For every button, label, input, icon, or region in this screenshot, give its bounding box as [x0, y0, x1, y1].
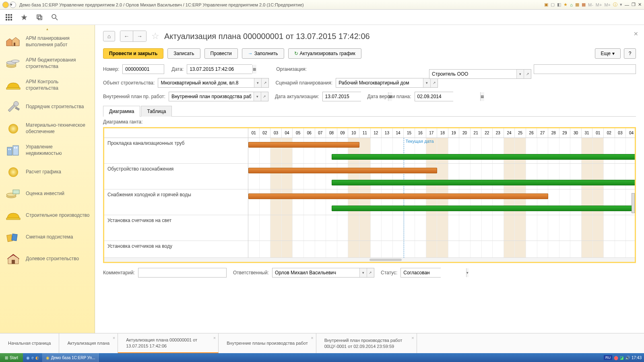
- sidebar-collapse-icon[interactable]: ▲: [0, 27, 95, 31]
- taskbar-app[interactable]: ◉Демо база 1С:ERP Уп...: [43, 353, 99, 362]
- favorite-star-icon[interactable]: ☆: [151, 31, 159, 41]
- m-plus-icon[interactable]: M+: [596, 2, 602, 7]
- tray-icon[interactable]: ⬤: [614, 356, 618, 360]
- tab-diagram[interactable]: Диаграмма: [103, 106, 140, 117]
- window-tab[interactable]: Актуализация плана×: [59, 333, 118, 353]
- version-date-field[interactable]: [415, 92, 480, 101]
- gantt-bar-fact[interactable]: [332, 180, 635, 185]
- quick-launch[interactable]: ◉ e ◐: [23, 353, 43, 362]
- home-button[interactable]: ⌂: [103, 31, 115, 41]
- tab-close-icon[interactable]: ×: [213, 335, 216, 341]
- forward-button[interactable]: →: [133, 31, 146, 41]
- toolbar-icon[interactable]: ▢: [551, 2, 555, 7]
- calendar-icon[interactable]: ▦: [480, 92, 484, 101]
- gantt-bar-plan[interactable]: [248, 142, 359, 148]
- sidebar-item-contractor[interactable]: Подрядчик строительства: [0, 96, 95, 118]
- window-tab[interactable]: Внутренние планы производства работ×: [219, 333, 316, 353]
- chevron-down-icon[interactable]: ▾: [254, 78, 261, 87]
- toolbar-icon[interactable]: ▣: [544, 2, 548, 7]
- dropdown2-icon[interactable]: ▾: [620, 2, 622, 7]
- sidebar-item-control[interactable]: АРМ Контроль строительства: [0, 74, 95, 96]
- gantt-day-header: 20: [459, 128, 471, 138]
- chevron-down-icon[interactable]: ▾: [516, 70, 524, 78]
- chevron-down-icon[interactable]: ▾: [254, 92, 261, 101]
- sidebar-item-estimate[interactable]: Сметная подсистема: [0, 226, 95, 248]
- tab-close-icon[interactable]: ×: [411, 335, 414, 341]
- fill-button[interactable]: →Заполнить: [242, 48, 284, 59]
- responsible-field[interactable]: [272, 268, 359, 277]
- tab-close-icon[interactable]: ×: [311, 335, 313, 341]
- gantt-bar-fact[interactable]: [332, 206, 635, 211]
- favorite-icon[interactable]: ★: [564, 2, 568, 7]
- info-icon[interactable]: ⓘ: [613, 2, 617, 8]
- window-tab[interactable]: Внутренний план производства работ 00ЦУ-…: [316, 333, 417, 353]
- tab-table[interactable]: Таблица: [141, 106, 172, 117]
- home-icon[interactable]: ⌂: [570, 2, 573, 7]
- calc-icon[interactable]: ▦: [575, 2, 579, 7]
- open-icon[interactable]: ↗: [524, 70, 531, 78]
- svg-point-21: [14, 101, 19, 106]
- more-button[interactable]: Еще ▾: [595, 48, 621, 59]
- open-icon[interactable]: ↗: [261, 78, 268, 87]
- close-icon[interactable]: ✕: [638, 2, 642, 7]
- object-field[interactable]: [158, 78, 254, 87]
- sidebar-item-materials[interactable]: Материально-техническое обеспечение: [0, 118, 95, 140]
- sidebar-item-budgeting[interactable]: АРМ бюджетирования строительства: [0, 53, 95, 74]
- update-chart-button[interactable]: ↻Актуализировать график: [288, 48, 361, 59]
- language-indicator[interactable]: RU: [604, 355, 612, 360]
- sidebar-item-shared[interactable]: Долевое строительство: [0, 248, 95, 270]
- m-mplus-icon[interactable]: M+: [604, 2, 611, 7]
- sidebar-item-construction[interactable]: Строительное производство: [0, 205, 95, 226]
- status-field[interactable]: [401, 268, 466, 277]
- open-icon[interactable]: ↗: [367, 268, 374, 277]
- scenario-field[interactable]: [336, 78, 423, 87]
- plan-field[interactable]: [169, 92, 254, 101]
- post-close-button[interactable]: Провести и закрыть: [103, 48, 163, 59]
- tab-close-icon[interactable]: ×: [113, 335, 115, 341]
- star-icon[interactable]: ★: [20, 13, 28, 21]
- horizontal-scrollbar[interactable]: [369, 259, 402, 261]
- toolbar-icon[interactable]: ◧: [557, 2, 561, 7]
- window-tab[interactable]: Начальная страница: [0, 333, 59, 353]
- gantt-bar-plan[interactable]: [248, 193, 548, 199]
- dropdown-icon[interactable]: ▾: [10, 2, 16, 8]
- chevron-down-icon[interactable]: ▾: [466, 268, 469, 277]
- calendar-icon[interactable]: ▦: [582, 2, 586, 7]
- m-minus-icon[interactable]: M-: [588, 2, 593, 7]
- apps-icon[interactable]: [5, 13, 13, 21]
- tray-icon[interactable]: 🔊: [625, 356, 630, 360]
- open-icon[interactable]: ↗: [430, 78, 438, 87]
- post-button[interactable]: Провести: [204, 48, 238, 59]
- chevron-down-icon[interactable]: ▾: [423, 78, 430, 87]
- window-tab[interactable]: Актуализация плана 000000001 от 13.07.20…: [118, 333, 219, 353]
- vertical-scrollbar[interactable]: [632, 193, 635, 213]
- gantt-day-header: 06: [304, 128, 315, 138]
- chevron-down-icon[interactable]: ▾: [359, 268, 367, 277]
- number-field[interactable]: [122, 64, 164, 74]
- save-button[interactable]: Записать: [167, 48, 200, 59]
- maximize-icon[interactable]: ❐: [632, 2, 636, 7]
- refresh-icon: ↻: [294, 51, 298, 56]
- sidebar-item-schedule[interactable]: Расчет графика: [0, 161, 95, 183]
- svg-rect-4: [8, 16, 10, 18]
- close-panel-icon[interactable]: ✕: [634, 31, 638, 37]
- calendar-icon[interactable]: ▦: [252, 65, 256, 74]
- org-field[interactable]: [429, 70, 516, 78]
- books-icon: [5, 230, 22, 244]
- back-button[interactable]: ←: [120, 31, 133, 41]
- comment-field[interactable]: [138, 268, 227, 278]
- sidebar-item-planning[interactable]: АРМ планирования выполнения работ: [0, 31, 95, 53]
- open-icon[interactable]: ↗: [261, 92, 268, 101]
- gantt-bar-fact[interactable]: [332, 154, 635, 160]
- start-button[interactable]: ⊞Start: [0, 353, 23, 362]
- date-field[interactable]: [187, 65, 252, 74]
- tray-icon[interactable]: ◪: [620, 356, 623, 360]
- minimize-icon[interactable]: —: [625, 2, 629, 7]
- help-button[interactable]: ?: [624, 48, 636, 59]
- copy-icon[interactable]: [35, 13, 43, 21]
- sidebar-item-realestate[interactable]: Управление недвижимостью: [0, 140, 95, 161]
- search-icon[interactable]: [51, 13, 59, 21]
- clock[interactable]: 17:43: [632, 356, 642, 360]
- sidebar-item-investment[interactable]: Оценка инвестий: [0, 183, 95, 205]
- gantt-bar-plan[interactable]: [248, 168, 437, 173]
